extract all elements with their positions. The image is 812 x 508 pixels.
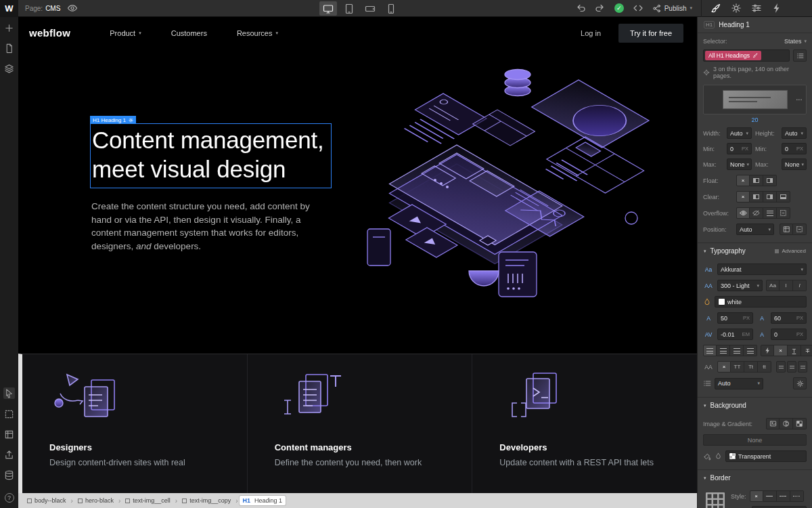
float-right-button[interactable] [763,175,777,186]
text-indent-input[interactable]: 0PX [771,329,807,340]
advanced-toggle[interactable]: Advanced [775,248,806,254]
background-color-input[interactable]: Transparent [725,450,807,462]
redo-icon[interactable] [595,3,606,14]
selector-input[interactable]: All H1 Headings [703,49,790,62]
max-height-input[interactable]: None▾ [782,158,807,170]
publish-button[interactable]: Publish ▾ [652,4,692,13]
position-preset-button[interactable] [793,224,807,235]
align-right-button[interactable] [730,345,744,356]
webflow-logo[interactable]: W [0,0,18,16]
opentype-feature-button[interactable] [776,361,786,373]
pages-icon[interactable] [4,43,14,54]
bg-overlay-button[interactable] [793,418,807,429]
list-style-select[interactable]: Auto▾ [715,378,763,389]
position-preset-button[interactable] [780,224,793,235]
nav-item-resources[interactable]: Resources▾ [237,29,278,37]
align-left-button[interactable] [703,345,717,356]
decoration-underline-button[interactable]: T [788,345,801,356]
opentype-feature-button[interactable] [798,361,807,373]
hero-paragraph[interactable]: Create the content structure you need, a… [91,200,332,253]
device-phone-button[interactable] [382,1,400,16]
gear-icon[interactable] [129,118,133,123]
hero-heading[interactable]: Content management,meet visual design [92,125,324,184]
min-height-input[interactable]: 0PX [782,143,807,154]
design-canvas[interactable]: webflow Product▾ Customers Resources▾ Lo… [18,17,697,493]
bg-image-button[interactable] [766,418,780,429]
breadcrumb-copy[interactable]: text-img__copy [179,496,234,505]
align-justify-button[interactable] [744,345,757,356]
device-tablet-button[interactable] [340,1,358,16]
overflow-auto-button[interactable] [777,207,790,219]
undo-icon[interactable] [575,3,586,14]
style-manager-tab-sliders-icon[interactable] [751,3,762,14]
preview-toggle-icon[interactable] [67,3,78,14]
breadcrumb-body[interactable]: body--black [24,496,70,505]
symbols-layers-icon[interactable] [4,64,14,74]
more-options-icon[interactable]: ••• [796,98,803,102]
caps-lowercase-button[interactable]: tt [758,361,771,373]
font-family-select[interactable]: Akkurat▾ [717,263,807,275]
selector-menu-button[interactable] [793,49,807,62]
position-select[interactable]: Auto▾ [736,224,774,235]
style-italic-button[interactable]: I [793,280,807,291]
selector-pill[interactable]: All H1 Headings [705,51,761,60]
float-none-button[interactable]: × [736,175,750,186]
typography-settings-button[interactable] [793,377,807,389]
background-section-header[interactable]: ▾ Background [698,397,812,413]
interactions-tab-bolt-icon[interactable] [771,3,782,14]
clear-left-button[interactable] [750,191,763,203]
style-panel-tab-brush-icon[interactable] [710,3,721,14]
clear-none-button[interactable]: × [736,191,750,203]
border-side-selector-icon[interactable] [703,490,727,508]
height-input[interactable]: Auto▾ [782,127,807,139]
background-image-value[interactable]: None [703,434,807,446]
border-section-header[interactable]: ▾ Border [698,469,812,486]
width-input[interactable]: Auto▾ [727,127,752,139]
min-width-input[interactable]: 0PX [727,143,752,154]
selected-element-outline[interactable]: H1 Heading 1 Content management,meet vis… [90,123,332,188]
overflow-scroll-button[interactable] [763,207,777,219]
typography-section-header[interactable]: ▾ Typography Advanced [698,242,812,259]
decoration-none-button[interactable]: × [774,345,788,356]
style-normal-button[interactable]: Aa [766,280,780,291]
font-size-input[interactable]: 50PX [717,312,753,324]
caps-none-button[interactable]: × [717,361,731,373]
max-width-input[interactable]: None▾ [727,158,752,170]
opentype-feature-button[interactable] [787,361,796,373]
bg-gradient-button[interactable] [780,418,793,429]
breadcrumb-hero[interactable]: hero-black [74,496,117,505]
code-export-icon[interactable] [633,3,644,14]
breadcrumb-cell[interactable]: text-img__cell [122,496,174,505]
decoration-italic-button[interactable] [761,345,774,356]
overflow-hidden-button[interactable] [750,207,763,219]
nav-item-customers[interactable]: Customers [171,29,207,37]
border-dashed-button[interactable] [777,490,790,502]
letter-spacing-input[interactable]: -0.01EM [717,329,753,340]
align-center-button[interactable] [717,345,730,356]
font-color-input[interactable]: white [715,296,807,308]
help-button[interactable]: ? [5,493,14,503]
caps-uppercase-button[interactable]: TT [731,361,744,373]
border-none-button[interactable]: × [750,490,763,502]
try-free-button[interactable]: Try it for free [618,24,683,43]
device-phone-landscape-button[interactable] [361,1,379,16]
select-tool-icon[interactable] [3,387,15,399]
breadcrumb-active-heading[interactable]: H1Heading 1 [240,496,286,505]
states-dropdown[interactable]: States ▾ [784,38,807,45]
device-desktop-button[interactable] [319,1,337,16]
clear-both-button[interactable] [777,191,790,203]
clear-right-button[interactable] [763,191,777,203]
border-solid-button[interactable] [763,490,777,502]
font-weight-select[interactable]: 300 - Light▾ [717,280,763,291]
border-dotted-button[interactable] [790,490,804,502]
page-picker[interactable]: Page: CMS [18,5,67,12]
selection-label[interactable]: H1 Heading 1 [90,116,136,124]
nav-item-product[interactable]: Product▾ [110,29,141,37]
float-left-button[interactable] [750,175,763,186]
marquee-tool-icon[interactable] [4,409,14,419]
decoration-strike-button[interactable]: T [801,345,812,356]
settings-panel-tab-gear-icon[interactable] [731,3,742,14]
margin-bottom-value[interactable]: 20 [698,117,812,123]
add-element-icon[interactable] [4,23,14,33]
overflow-visible-button[interactable] [736,207,750,219]
